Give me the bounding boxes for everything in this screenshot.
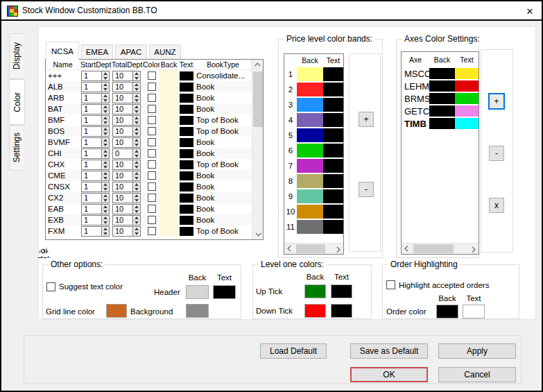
region-tab[interactable]: AUNZ [149, 44, 181, 60]
spin-down-icon[interactable] [102, 99, 109, 103]
text-color-swatch[interactable] [180, 71, 193, 80]
back-color-swatch[interactable] [160, 181, 178, 192]
total-depth-spinner[interactable]: 10 [112, 126, 141, 137]
scroll-down-icon[interactable] [252, 228, 264, 239]
header-back-swatch[interactable] [186, 285, 209, 299]
spin-down-icon[interactable] [133, 87, 140, 92]
start-depth-spinner[interactable]: 1 [81, 160, 110, 170]
axes-list-hscrollbar[interactable] [402, 243, 479, 254]
color-checkbox[interactable] [148, 149, 156, 157]
spin-down-icon[interactable] [102, 143, 109, 147]
band-back-swatch[interactable] [297, 113, 323, 127]
axe-back-swatch[interactable] [429, 68, 455, 79]
header-text-swatch[interactable] [213, 285, 236, 299]
spin-up-icon[interactable] [102, 71, 109, 76]
back-color-swatch[interactable] [160, 81, 178, 92]
band-text-swatch[interactable] [323, 189, 343, 203]
band-back-swatch[interactable] [297, 98, 323, 112]
spin-up-icon[interactable] [102, 216, 109, 221]
band-text-swatch[interactable] [323, 98, 343, 112]
spin-down-icon[interactable] [102, 76, 109, 80]
spin-down-icon[interactable] [133, 232, 140, 236]
total-depth-spinner[interactable]: 10 [112, 71, 141, 81]
load-default-button[interactable]: Load Default [260, 343, 327, 359]
price-band-row[interactable]: 5 [284, 128, 343, 143]
start-depth-spinner[interactable]: 1 [81, 115, 110, 126]
axe-back-swatch[interactable] [429, 93, 455, 104]
band-text-swatch[interactable] [323, 205, 343, 219]
total-depth-spinner[interactable]: 10 [112, 215, 141, 225]
band-back-swatch[interactable] [297, 159, 323, 173]
total-depth-spinner[interactable]: 10 [112, 193, 141, 203]
scroll-up-icon[interactable] [252, 60, 264, 71]
spin-up-icon[interactable] [133, 194, 140, 198]
spin-down-icon[interactable] [102, 198, 109, 203]
spin-down-icon[interactable] [102, 176, 109, 180]
axes-row[interactable]: LEHM [402, 80, 479, 92]
text-color-swatch[interactable] [180, 160, 193, 169]
spin-up-icon[interactable] [133, 182, 140, 187]
order-text-swatch[interactable] [463, 305, 485, 318]
highlight-accepted-orders-checkbox[interactable] [386, 280, 395, 289]
spin-down-icon[interactable] [133, 121, 140, 125]
spin-up-icon[interactable] [102, 227, 109, 232]
price-band-row[interactable]: 7 [284, 158, 343, 173]
start-depth-spinner[interactable]: 1 [81, 104, 110, 114]
band-text-swatch[interactable] [323, 174, 343, 188]
back-color-swatch[interactable] [160, 192, 178, 203]
band-text-swatch[interactable] [323, 159, 343, 173]
table-vertical-scrollbar[interactable] [252, 60, 263, 239]
axes-row[interactable]: BRMS [402, 92, 479, 105]
color-checkbox[interactable] [148, 71, 156, 80]
spin-up-icon[interactable] [133, 171, 140, 176]
price-band-row[interactable]: 10 [284, 204, 343, 219]
spin-up-icon[interactable] [102, 182, 109, 187]
back-color-swatch[interactable] [160, 103, 178, 114]
spin-down-icon[interactable] [102, 221, 109, 225]
start-depth-spinner[interactable]: 1 [81, 137, 110, 148]
band-back-swatch[interactable] [297, 128, 323, 142]
total-depth-spinner[interactable]: 10 [112, 137, 141, 148]
spin-up-icon[interactable] [133, 205, 140, 210]
spin-down-icon[interactable] [102, 210, 109, 214]
axes-row[interactable]: MSCO [402, 67, 479, 80]
price-band-row[interactable]: 1 [284, 67, 343, 82]
price-band-row[interactable]: 2 [284, 82, 343, 97]
axe-back-swatch[interactable] [429, 105, 455, 117]
band-back-swatch[interactable] [297, 220, 323, 234]
band-back-swatch[interactable] [297, 83, 323, 96]
color-checkbox[interactable] [148, 171, 156, 180]
spin-down-icon[interactable] [133, 99, 140, 103]
start-depth-spinner[interactable]: 1 [81, 226, 110, 237]
price-band-row[interactable]: 4 [284, 112, 343, 128]
total-depth-spinner[interactable]: 10 [112, 204, 141, 214]
close-icon[interactable]: ✕ [524, 5, 536, 17]
spin-down-icon[interactable] [133, 76, 140, 80]
delete-axe-button[interactable]: x [489, 198, 504, 213]
up-tick-back-swatch[interactable] [304, 284, 326, 298]
text-color-swatch[interactable] [180, 138, 193, 147]
spin-up-icon[interactable] [102, 94, 109, 99]
spin-up-icon[interactable] [102, 83, 109, 87]
start-depth-spinner[interactable]: 1 [81, 93, 110, 103]
text-color-swatch[interactable] [180, 105, 193, 114]
back-color-swatch[interactable] [160, 137, 178, 148]
axes-row[interactable]: GETC [402, 105, 479, 117]
color-checkbox[interactable] [148, 227, 156, 235]
axe-text-swatch[interactable] [455, 93, 479, 104]
spin-down-icon[interactable] [133, 165, 140, 169]
color-checkbox[interactable] [148, 194, 156, 202]
start-depth-spinner[interactable]: 1 [81, 215, 110, 225]
spin-down-icon[interactable] [102, 121, 109, 125]
axe-back-swatch[interactable] [429, 118, 455, 129]
remove-band-button[interactable]: - [359, 182, 374, 197]
save-as-default-button[interactable]: Save as Default [350, 343, 428, 359]
band-back-swatch[interactable] [297, 189, 323, 203]
region-tab[interactable]: EMEA [81, 44, 113, 60]
text-color-swatch[interactable] [180, 83, 193, 92]
spin-up-icon[interactable] [102, 149, 109, 154]
band-text-swatch[interactable] [323, 128, 343, 142]
start-depth-spinner[interactable]: 1 [81, 71, 110, 81]
axe-text-swatch[interactable] [455, 80, 479, 92]
spin-down-icon[interactable] [133, 154, 140, 158]
